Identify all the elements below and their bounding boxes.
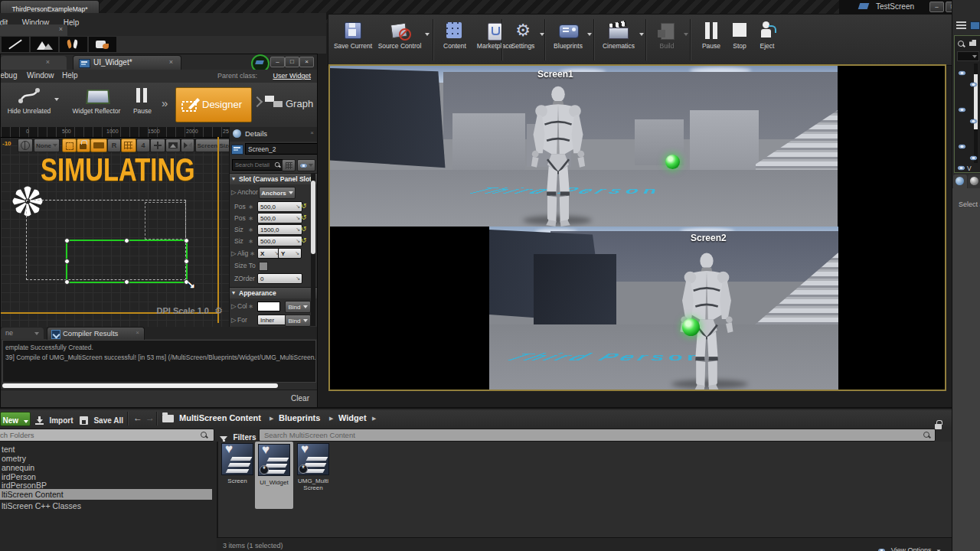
asset-tile-umg-multiscreen[interactable]: ♥ * UMG_Multi Screen [295, 443, 332, 491]
dpi-gear-icon[interactable]: ⚙ [214, 305, 223, 316]
outliner-view-row[interactable]: V [957, 160, 972, 174]
umg-menu-help[interactable]: Help [62, 71, 78, 80]
row-expand-icon[interactable]: ▷ [231, 188, 237, 196]
world-settings-dock-tab[interactable] [968, 174, 980, 188]
level-tab[interactable]: ThirdPersonExampleMap* [0, 0, 100, 14]
size-x-field[interactable]: 1500,0↘ [257, 224, 302, 235]
back-button[interactable]: ← [133, 412, 142, 423]
blueprints-button[interactable]: Blueprints [549, 21, 587, 50]
designer-canvas[interactable]: 0 500 1000 1500 2000 25 -10 None R 4 [1, 127, 229, 327]
breadcrumb-blueprints[interactable]: Blueprints [279, 413, 320, 422]
outliner-widget-icon[interactable] [970, 21, 980, 30]
asset-tile-ui-widget-selected[interactable]: ♥ * UI_Widget [255, 442, 293, 509]
outliner-search-icon[interactable] [958, 41, 965, 47]
pos-x-field[interactable]: 500,0↘ [257, 201, 302, 212]
visibility-eye-icon[interactable] [959, 145, 965, 149]
slot-section-header[interactable]: ▾ Slot (Canvas Panel Slot) [230, 173, 318, 184]
details-scrollbar-thumb[interactable] [311, 181, 315, 254]
details-tab[interactable]: Details × [230, 127, 318, 142]
modes-tab[interactable]: × [0, 24, 67, 36]
breadcrumb-widget[interactable]: Widget [338, 413, 367, 422]
cinematics-caret-icon[interactable] [639, 33, 644, 36]
source-control-caret-icon[interactable] [425, 33, 430, 36]
umg-menu-window[interactable]: Window [27, 71, 54, 80]
compiler-tab-close-icon[interactable]: × [136, 329, 139, 336]
umg-other-tab-close-icon[interactable]: × [46, 58, 50, 66]
reset-icon[interactable]: ↺ [301, 237, 307, 244]
modes-tab-close-icon[interactable]: × [59, 25, 63, 33]
timeline-tab[interactable]: ne [1, 328, 44, 339]
umg-other-tab[interactable]: × [1, 56, 67, 70]
widget-name-field[interactable]: Screen_2 [245, 143, 318, 155]
parent-class-link[interactable]: User Widget [273, 72, 311, 80]
folder-item[interactable]: annequin [2, 463, 34, 472]
source-control-button[interactable]: Source Control [376, 21, 423, 50]
assets-search-input[interactable]: Search MultiScreen Content [259, 429, 936, 442]
save-current-button[interactable]: Save Current [333, 21, 373, 50]
grid-snap-toggle[interactable] [121, 139, 136, 152]
resize-handle[interactable] [184, 238, 189, 243]
blueprints-caret-icon[interactable] [587, 33, 592, 36]
outliner-list-icon[interactable] [956, 21, 966, 29]
selected-widget-outline[interactable] [66, 240, 188, 283]
foreground-bind-dropdown[interactable]: Bind [285, 315, 311, 327]
resize-handle[interactable] [64, 279, 70, 285]
compiler-hscrollbar[interactable] [2, 383, 278, 388]
details-search-input[interactable]: Search Detail [232, 159, 284, 171]
umg-minimize-button[interactable]: – [270, 57, 285, 67]
preview-background-icon[interactable] [165, 139, 181, 152]
umg-pause-button[interactable]: Pause [129, 86, 155, 115]
zorder-field[interactable]: 0↘ [257, 273, 302, 284]
details-scrollbar-track[interactable] [311, 173, 315, 326]
view-options-button[interactable]: View Options [877, 542, 941, 551]
row-expand-icon[interactable]: ▷ [231, 316, 237, 324]
asset-tile-screen[interactable]: ♥ Screen [220, 443, 255, 484]
align-y-field[interactable]: Y↘ [278, 248, 302, 259]
visibility-eye-icon[interactable] [959, 108, 965, 112]
resize-handle[interactable] [64, 238, 70, 243]
reset-icon[interactable]: ↺ [301, 226, 307, 233]
forward-button[interactable]: → [145, 412, 155, 423]
asset-grid[interactable]: ♥ Screen ♥ * UI_Widget ♥ * [218, 442, 952, 537]
resize-handle[interactable] [184, 259, 189, 264]
mode-place-icon[interactable] [2, 37, 29, 52]
folder-item[interactable]: tent [2, 445, 15, 454]
grid-size-stepper[interactable]: 4 [136, 139, 150, 152]
game-viewport[interactable]: Third Person Screen1 Third Person Screen… [328, 64, 946, 391]
new-button[interactable]: New [0, 412, 31, 426]
widget-reflector-button[interactable]: Widget Reflector [68, 86, 125, 115]
inherit-field[interactable]: Inher [257, 315, 287, 325]
respect-locks-toggle[interactable] [90, 139, 107, 152]
umg-active-tab[interactable]: UI_Widget* × [73, 55, 181, 70]
breadcrumb-root[interactable]: MultiScreen Content [179, 413, 261, 422]
umg-close-button[interactable]: × [299, 57, 314, 67]
row-expand-icon[interactable]: ▷ [231, 249, 237, 257]
hide-unrelated-caret-icon[interactable] [54, 98, 59, 101]
color-bind-dropdown[interactable]: Bind [285, 301, 311, 313]
color-swatch[interactable] [257, 302, 280, 311]
mode-paint-icon[interactable] [89, 37, 116, 52]
appearance-section-header[interactable]: ▾ Appearance [230, 287, 318, 298]
build-button[interactable]: Build [650, 21, 684, 50]
lock-widget-toggle[interactable] [77, 139, 90, 152]
cinematics-button[interactable]: Cinematics [598, 21, 639, 50]
pos-y-field[interactable]: 500,0↘ [257, 213, 302, 223]
hide-unrelated-button[interactable]: Hide Unrelated [4, 86, 54, 115]
toolbar-overflow-chevrons[interactable]: » [162, 96, 168, 109]
lock-content-browser-icon[interactable] [935, 424, 942, 429]
outliner-scrollbar-track[interactable] [974, 64, 978, 163]
mode-landscape-icon[interactable] [31, 37, 58, 52]
compiler-log[interactable]: emplate Successfully Created. 39] Compil… [2, 340, 316, 383]
details-grid-button[interactable] [282, 159, 296, 171]
clear-button[interactable]: Clear [291, 394, 309, 403]
reset-icon[interactable]: ↺ [301, 203, 307, 210]
umg-maximize-button[interactable]: □ [285, 57, 299, 67]
umg-tab-close-icon[interactable]: × [169, 58, 173, 66]
compiler-results-tab[interactable]: Compiler Results × [47, 327, 145, 340]
details-dock-tab[interactable] [953, 174, 967, 188]
add-folder-icon[interactable] [969, 40, 976, 46]
eject-button[interactable]: Eject [754, 21, 780, 50]
select-widget-toggle[interactable] [62, 139, 77, 152]
folder-item[interactable]: ltiScreen C++ Classes [2, 501, 81, 510]
size-to-checkbox[interactable] [259, 262, 268, 271]
